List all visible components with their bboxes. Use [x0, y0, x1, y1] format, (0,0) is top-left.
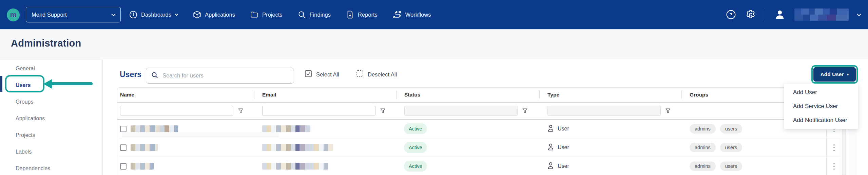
filter-funnel-icon[interactable]: [238, 108, 243, 113]
email-redacted: [262, 163, 328, 170]
search-icon: [151, 71, 158, 80]
table-header-row: Name Email Status Type Groups: [117, 88, 841, 103]
sidebar-item-dependencies[interactable]: Dependencies: [0, 160, 102, 175]
menu-item-add-service-user[interactable]: Add Service User: [784, 99, 858, 113]
nav-item-dashboards[interactable]: Dashboards: [129, 10, 178, 19]
status-filter-input[interactable]: [404, 106, 518, 116]
user-avatar-icon[interactable]: [774, 9, 786, 20]
row-checkbox[interactable]: [120, 126, 127, 132]
users-heading: Users: [120, 70, 141, 79]
active-item-edge-bar: [0, 76, 2, 92]
column-header-email[interactable]: Email: [254, 88, 396, 102]
gauge-icon: [129, 10, 138, 19]
nav-item-reports[interactable]: Reports: [346, 10, 378, 19]
group-badge: admins: [690, 161, 716, 171]
nav-item-projects[interactable]: Projects: [250, 10, 283, 19]
cube-icon: [193, 10, 201, 19]
status-badge: Active: [404, 123, 427, 135]
help-icon[interactable]: ?: [726, 9, 736, 20]
sidebar-item-groups[interactable]: Groups: [0, 93, 102, 110]
group-badge: users: [720, 143, 742, 153]
annotation-arrow-icon: [43, 79, 52, 89]
filter-funnel-icon[interactable]: [522, 108, 527, 113]
add-user-button[interactable]: Add User ▾: [813, 67, 856, 82]
row-menu-icon[interactable]: ⋮: [830, 144, 838, 152]
nav-item-workflows[interactable]: Workflows: [392, 10, 431, 19]
nav-item-applications[interactable]: Applications: [193, 10, 235, 19]
page-title: Administration: [11, 38, 81, 49]
organization-selector-value: Mend Support: [32, 12, 112, 18]
email-redacted: [262, 144, 333, 151]
user-name-redacted: [794, 8, 849, 21]
users-search-box: [146, 68, 294, 84]
caret-down-icon: ▾: [847, 72, 849, 76]
table-row[interactable]: Active User admins users ⋮: [117, 138, 841, 157]
sidebar-item-applications[interactable]: Applications: [0, 110, 102, 127]
group-badge: users: [720, 124, 742, 134]
name-redacted: [131, 163, 154, 170]
search-input[interactable]: [162, 72, 289, 79]
table-body: Active User admins users ⋮: [117, 120, 841, 175]
nav-item-findings[interactable]: Findings: [297, 10, 331, 19]
navbar-divider: [765, 8, 765, 21]
admin-sidebar: General Users Groups Applications Projec…: [0, 59, 103, 175]
mend-logo-icon[interactable]: m: [7, 8, 20, 21]
user-type-icon: [547, 143, 554, 152]
gear-icon[interactable]: [745, 9, 756, 20]
type-filter-input[interactable]: [547, 106, 661, 116]
email-filter-input[interactable]: [262, 106, 375, 116]
sidebar-nav-list: General Users Groups Applications Projec…: [0, 59, 102, 175]
deselect-all-button[interactable]: Deselect All: [356, 70, 397, 79]
table-row[interactable]: Active User admins users ⋮: [117, 157, 841, 175]
email-redacted: [262, 125, 310, 132]
sidebar-item-projects[interactable]: Projects: [0, 127, 102, 143]
table-row[interactable]: Active User admins users ⋮: [117, 120, 841, 138]
mend-admin-screen: m Mend Support Dashboards: [0, 0, 868, 175]
column-header-type[interactable]: Type: [539, 88, 681, 102]
annotation-arrow-shaft: [51, 82, 93, 85]
status-badge: Active: [404, 142, 427, 153]
name-redacted: [131, 144, 158, 151]
status-badge: Active: [404, 161, 427, 172]
report-icon: [346, 10, 354, 19]
title-bar: Administration: [0, 29, 868, 59]
group-badge: admins: [690, 124, 716, 134]
primary-nav: Dashboards Applications Proj: [129, 0, 431, 29]
add-user-dropdown-menu: Add User Add Service User Add Notificati…: [784, 84, 858, 129]
menu-item-add-user[interactable]: Add User: [784, 85, 858, 99]
workflow-icon: [392, 10, 402, 19]
group-badge: admins: [690, 143, 716, 153]
group-badge: users: [720, 161, 742, 171]
folder-icon: [250, 10, 259, 19]
column-header-name[interactable]: Name: [117, 88, 254, 102]
select-all-button[interactable]: Select All: [305, 70, 339, 79]
magnifier-icon: [297, 10, 306, 19]
users-table: Name Email Status Type Groups: [117, 87, 841, 175]
column-header-status[interactable]: Status: [396, 88, 539, 102]
organization-selector[interactable]: Mend Support: [26, 7, 121, 22]
navbar-right-cluster: ?: [726, 0, 861, 29]
checkbox-checked-icon: [305, 70, 312, 79]
menu-item-add-notification-user[interactable]: Add Notification User: [784, 113, 858, 127]
dashed-square-icon: [356, 70, 364, 79]
name-filter-input[interactable]: [120, 106, 233, 116]
chevron-down-icon: [857, 12, 861, 16]
name-redacted: [131, 125, 178, 132]
svg-text:?: ?: [729, 12, 732, 17]
filter-funnel-icon[interactable]: [380, 108, 385, 113]
row-menu-icon[interactable]: ⋮: [830, 162, 838, 170]
user-type-icon: [547, 125, 554, 133]
table-filter-row: [117, 103, 841, 120]
top-navbar: m Mend Support Dashboards: [0, 0, 868, 29]
row-checkbox[interactable]: [120, 163, 127, 170]
sidebar-item-general[interactable]: General: [0, 60, 102, 77]
chevron-down-icon: [111, 12, 116, 16]
chevron-down-icon: [175, 12, 178, 16]
row-checkbox[interactable]: [120, 144, 127, 151]
filter-funnel-icon[interactable]: [666, 108, 671, 113]
user-type-icon: [547, 162, 554, 171]
sidebar-item-labels[interactable]: Labels: [0, 143, 102, 160]
